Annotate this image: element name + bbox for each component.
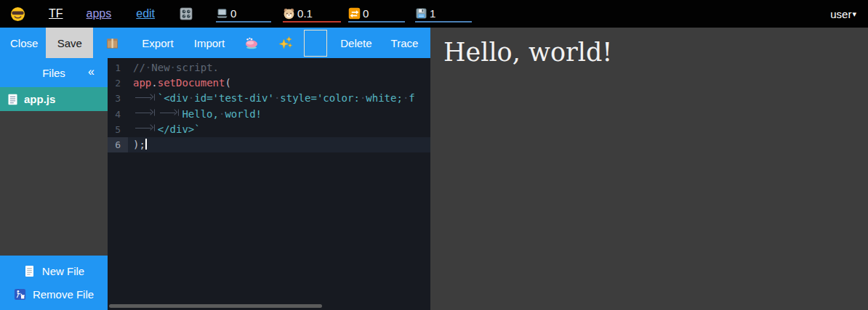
sidebar-empty-area — [0, 111, 108, 256]
code-token: New — [151, 62, 169, 73]
file-name: app.js — [24, 93, 55, 105]
package-icon — [105, 36, 119, 50]
line-number: 3 — [108, 91, 128, 106]
smiley-sunglasses-icon[interactable] — [10, 7, 25, 22]
sparkles-button[interactable] — [278, 36, 293, 50]
control-knobs-icon[interactable] — [180, 7, 193, 20]
stat-storage-value: 1 — [430, 7, 435, 20]
stat-cpu-value: 0 — [230, 7, 236, 20]
save-button[interactable]: Save — [46, 28, 93, 58]
code-lines: 1//·New·script.2app.setDocument(3`<div·i… — [108, 60, 430, 152]
code-line-5[interactable]: 5</div>` — [108, 122, 430, 137]
code-token: setDocument — [158, 77, 225, 89]
code-token: ( — [225, 77, 230, 89]
user-menu[interactable]: user ▾ — [830, 8, 856, 20]
file-actions: New File Remove File — [0, 256, 108, 310]
code-token: white; — [366, 92, 403, 104]
sync-icon — [348, 7, 361, 20]
laptop-icon — [216, 7, 228, 20]
stat-hamster[interactable]: 0.1 — [283, 5, 341, 23]
code-token: script. — [176, 62, 219, 73]
code-token: world! — [225, 108, 262, 120]
floppy-disk-icon — [415, 7, 427, 20]
code-token: Hello, — [182, 108, 219, 120]
collapse-sidebar-button[interactable]: « — [88, 65, 95, 78]
stat-hamster-value: 0.1 — [297, 7, 313, 20]
package-button[interactable] — [105, 36, 119, 50]
export-button[interactable]: Export — [142, 37, 173, 49]
hamster-icon — [283, 7, 295, 20]
editor-column: Close Save Export Import — [0, 28, 430, 310]
litter-bin-icon — [14, 288, 26, 301]
files-header-title: Files — [42, 67, 65, 79]
document-icon — [7, 94, 18, 105]
stat-sync[interactable]: 0 — [348, 5, 405, 23]
blank-button[interactable] — [304, 30, 327, 57]
code-token: app — [133, 77, 151, 89]
code-token: </div>` — [158, 123, 201, 135]
code-token: f — [409, 92, 414, 104]
tab-whitespace-marker — [158, 107, 182, 118]
soap-icon — [244, 36, 259, 49]
user-menu-label: user — [830, 8, 851, 20]
new-file-button[interactable]: New File — [0, 259, 108, 282]
line-number: 1 — [108, 60, 128, 76]
remove-file-label: Remove File — [33, 288, 94, 301]
nav-link-apps[interactable]: apps — [87, 7, 112, 20]
editor-toolbar: Close Save Export Import — [0, 28, 430, 58]
line-number: 2 — [108, 76, 128, 91]
code-line-4[interactable]: 4Hello,·world! — [108, 107, 430, 122]
stat-sync-value: 0 — [363, 7, 369, 20]
new-file-label: New File — [42, 265, 84, 277]
output-text: Hello, world! — [443, 37, 855, 68]
file-item-appjs[interactable]: app.js — [0, 87, 108, 111]
tab-whitespace-marker — [133, 123, 158, 133]
code-editor[interactable]: 1//·New·script.2app.setDocument(3`<div·i… — [108, 58, 430, 310]
code-token: // — [133, 62, 145, 73]
tab-whitespace-marker — [133, 91, 158, 102]
main-area: Close Save Export Import — [0, 28, 868, 310]
workspace: Files « app.js — [0, 58, 430, 310]
code-line-6[interactable]: 6); — [108, 137, 430, 152]
stat-storage[interactable]: 1 — [415, 5, 472, 23]
code-line-3[interactable]: 3`<div·id='test-div'·style='color:·white… — [108, 91, 430, 106]
stat-cpu[interactable]: 0 — [216, 5, 271, 23]
code-token: . — [151, 77, 157, 89]
text-cursor — [145, 139, 147, 150]
nav-link-tf[interactable]: TF — [49, 7, 63, 20]
soap-button[interactable] — [244, 36, 259, 49]
files-sidebar: Files « app.js — [0, 58, 108, 310]
line-number: 6 — [108, 137, 128, 152]
code-token: ); — [133, 139, 145, 150]
new-file-icon — [23, 265, 36, 277]
nav-link-edit[interactable]: edit — [136, 7, 155, 20]
sparkles-icon — [278, 36, 293, 50]
files-header: Files « — [0, 58, 108, 87]
code-token: `<div — [158, 92, 188, 104]
space-whitespace-marker: · — [170, 62, 176, 73]
delete-button[interactable]: Delete — [340, 37, 371, 49]
remove-file-button[interactable]: Remove File — [0, 282, 108, 306]
horizontal-scrollbar-thumb[interactable] — [109, 304, 322, 308]
code-line-1[interactable]: 1//·New·script. — [108, 60, 430, 76]
trace-button[interactable]: Trace — [391, 37, 419, 49]
code-token: style='color: — [280, 92, 360, 104]
import-button[interactable]: Import — [194, 37, 225, 49]
line-number: 5 — [108, 122, 128, 137]
code-line-2[interactable]: 2app.setDocument( — [108, 76, 430, 91]
close-button[interactable]: Close — [10, 37, 38, 49]
tab-whitespace-marker — [133, 107, 158, 118]
chevron-down-icon: ▾ — [852, 9, 856, 19]
top-bar: TF apps edit 0 0.1 — [0, 0, 868, 28]
output-panel: Hello, world! — [430, 28, 868, 310]
line-number: 4 — [108, 107, 128, 122]
code-token: id='test-div' — [194, 92, 274, 104]
